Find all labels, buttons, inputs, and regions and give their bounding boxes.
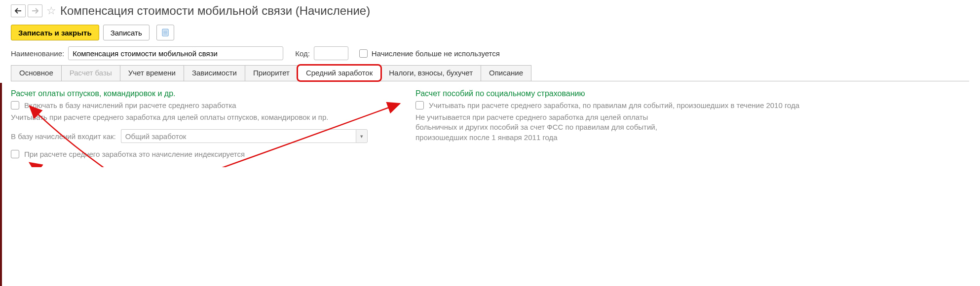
include-in-base-label: Включать в базу начислений при расчете с… (24, 101, 236, 109)
arrow-left-icon (15, 8, 22, 14)
include-in-base-group: Включать в базу начислений при расчете с… (11, 101, 386, 109)
indexed-label: При расчете среднего заработка это начис… (24, 150, 245, 158)
deprecated-checkbox[interactable] (359, 49, 368, 58)
tab-content: Расчет оплаты отпусков, командировок и д… (0, 81, 980, 167)
right-section-title: Расчет пособий по социальному страховани… (415, 89, 969, 98)
deprecated-label: Начисление больше не используется (372, 49, 500, 58)
chevron-down-icon: ▾ (360, 133, 363, 140)
favorite-star-icon[interactable]: ☆ (46, 5, 56, 16)
include-in-base-hint: Учитывать при расчете среднего заработка… (11, 112, 386, 122)
save-button[interactable]: Записать (103, 25, 150, 40)
deprecated-group: Начисление больше не используется (359, 49, 500, 58)
toolbar: Записать и закрыть Записать (0, 25, 980, 46)
tab-description[interactable]: Описание (481, 65, 531, 81)
tab-time[interactable]: Учет времени (120, 65, 184, 81)
base-kind-select[interactable]: ▾ (121, 129, 368, 143)
left-section-title: Расчет оплаты отпусков, командировок и д… (11, 89, 386, 98)
tab-dependencies[interactable]: Зависимости (184, 65, 245, 81)
fss-label: Учитывать при расчете среднего заработка… (429, 101, 799, 109)
left-column: Расчет оплаты отпусков, командировок и д… (11, 87, 386, 161)
tab-main[interactable]: Основное (11, 65, 62, 81)
tab-priority[interactable]: Приоритет (245, 65, 298, 81)
form-row: Наименование: Код: Начисление больше не … (0, 46, 980, 65)
include-in-base-checkbox[interactable] (11, 101, 19, 109)
name-input[interactable] (68, 46, 283, 60)
page-title: Компенсация стоимости мобильной связи (Н… (60, 4, 370, 18)
tabs: Основное Расчет базы Учет времени Зависи… (11, 65, 969, 81)
base-kind-label: В базу начислений входит как: (11, 132, 116, 141)
save-and-close-button[interactable]: Записать и закрыть (11, 25, 99, 40)
code-input[interactable] (314, 46, 348, 60)
tab-average-earnings[interactable]: Средний заработок (298, 65, 381, 81)
code-label: Код: (295, 49, 310, 58)
fss-hint: Не учитывается при расчете среднего зара… (415, 112, 672, 143)
base-kind-row: В базу начислений входит как: ▾ (11, 129, 386, 143)
indexed-checkbox[interactable] (11, 150, 19, 158)
tab-base-calc[interactable]: Расчет базы (61, 65, 120, 81)
name-label: Наименование: (11, 49, 64, 58)
fss-checkbox[interactable] (415, 101, 424, 109)
forward-button[interactable] (28, 4, 42, 17)
right-column: Расчет пособий по социальному страховани… (415, 87, 969, 161)
back-button[interactable] (11, 4, 26, 17)
base-kind-value[interactable] (121, 129, 356, 143)
fss-group: Учитывать при расчете среднего заработка… (415, 101, 969, 109)
tab-taxes[interactable]: Налоги, взносы, бухучет (380, 65, 481, 81)
base-kind-dropdown-button[interactable]: ▾ (356, 129, 368, 143)
report-icon (161, 29, 169, 36)
arrow-right-icon (32, 8, 38, 14)
indexed-group: При расчете среднего заработка это начис… (11, 150, 386, 158)
more-actions-button[interactable] (156, 25, 174, 40)
title-bar: ☆ Компенсация стоимости мобильной связи … (0, 0, 980, 25)
